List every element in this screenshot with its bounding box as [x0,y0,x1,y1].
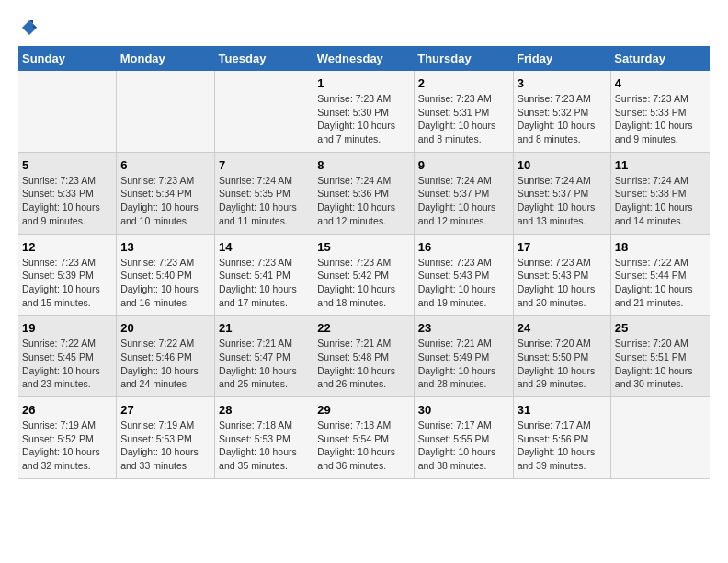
calendar-cell: 6Sunrise: 7:23 AM Sunset: 5:34 PM Daylig… [117,152,215,234]
day-info: Sunrise: 7:23 AM Sunset: 5:30 PM Dayligh… [317,92,409,146]
day-number: 1 [317,76,409,90]
day-number: 12 [22,240,112,254]
calendar-cell: 14Sunrise: 7:23 AM Sunset: 5:41 PM Dayli… [215,234,313,316]
day-number: 26 [22,403,112,417]
day-number: 9 [418,158,509,172]
day-number: 17 [518,240,607,254]
calendar-cell: 27Sunrise: 7:19 AM Sunset: 5:53 PM Dayli… [117,397,215,479]
calendar-week-row: 1Sunrise: 7:23 AM Sunset: 5:30 PM Daylig… [18,71,710,152]
calendar-cell: 28Sunrise: 7:18 AM Sunset: 5:53 PM Dayli… [215,397,313,479]
calendar-cell: 16Sunrise: 7:23 AM Sunset: 5:43 PM Dayli… [414,234,513,316]
calendar-week-row: 5Sunrise: 7:23 AM Sunset: 5:33 PM Daylig… [18,152,710,234]
day-info: Sunrise: 7:17 AM Sunset: 5:55 PM Dayligh… [418,419,509,473]
logo-icon [20,18,39,37]
day-info: Sunrise: 7:23 AM Sunset: 5:42 PM Dayligh… [317,256,409,310]
day-info: Sunrise: 7:18 AM Sunset: 5:54 PM Dayligh… [317,419,409,473]
calendar-cell: 13Sunrise: 7:23 AM Sunset: 5:40 PM Dayli… [117,234,215,316]
day-number: 24 [518,321,607,335]
day-info: Sunrise: 7:24 AM Sunset: 5:37 PM Dayligh… [418,174,509,228]
day-info: Sunrise: 7:23 AM Sunset: 5:43 PM Dayligh… [418,256,509,310]
day-info: Sunrise: 7:23 AM Sunset: 5:32 PM Dayligh… [518,92,607,146]
day-number: 4 [615,76,706,90]
column-header-sunday: Sunday [18,46,117,71]
calendar-cell: 7Sunrise: 7:24 AM Sunset: 5:35 PM Daylig… [215,152,313,234]
calendar-cell [117,71,215,152]
calendar-cell: 26Sunrise: 7:19 AM Sunset: 5:52 PM Dayli… [18,397,117,479]
calendar-week-row: 26Sunrise: 7:19 AM Sunset: 5:52 PM Dayli… [18,397,710,479]
day-number: 7 [219,158,309,172]
column-header-wednesday: Wednesday [313,46,414,71]
day-number: 18 [615,240,706,254]
day-info: Sunrise: 7:24 AM Sunset: 5:37 PM Dayligh… [518,174,607,228]
day-number: 5 [22,158,112,172]
day-number: 6 [120,158,210,172]
day-info: Sunrise: 7:21 AM Sunset: 5:49 PM Dayligh… [418,337,509,391]
column-header-thursday: Thursday [414,46,513,71]
day-number: 3 [518,76,607,90]
calendar-cell: 4Sunrise: 7:23 AM Sunset: 5:33 PM Daylig… [610,71,710,152]
calendar-cell [215,71,313,152]
calendar-cell: 1Sunrise: 7:23 AM Sunset: 5:30 PM Daylig… [313,71,414,152]
calendar-cell: 20Sunrise: 7:22 AM Sunset: 5:46 PM Dayli… [117,316,215,397]
day-info: Sunrise: 7:24 AM Sunset: 5:38 PM Dayligh… [615,174,706,228]
calendar-cell: 8Sunrise: 7:24 AM Sunset: 5:36 PM Daylig… [313,152,414,234]
day-number: 13 [120,240,210,254]
day-info: Sunrise: 7:23 AM Sunset: 5:41 PM Dayligh… [219,256,309,310]
day-number: 30 [418,403,509,417]
day-number: 27 [120,403,210,417]
calendar-table: SundayMondayTuesdayWednesdayThursdayFrid… [18,46,710,479]
calendar-cell: 9Sunrise: 7:24 AM Sunset: 5:37 PM Daylig… [414,152,513,234]
day-number: 14 [219,240,309,254]
calendar-cell: 10Sunrise: 7:24 AM Sunset: 5:37 PM Dayli… [513,152,610,234]
calendar-cell: 25Sunrise: 7:20 AM Sunset: 5:51 PM Dayli… [610,316,710,397]
day-info: Sunrise: 7:19 AM Sunset: 5:53 PM Dayligh… [120,419,210,473]
column-header-tuesday: Tuesday [215,46,313,71]
logo [18,18,39,37]
day-number: 16 [418,240,509,254]
day-info: Sunrise: 7:17 AM Sunset: 5:56 PM Dayligh… [518,419,607,473]
day-number: 22 [317,321,409,335]
calendar-cell: 18Sunrise: 7:22 AM Sunset: 5:44 PM Dayli… [610,234,710,316]
day-number: 25 [615,321,706,335]
day-info: Sunrise: 7:24 AM Sunset: 5:35 PM Dayligh… [219,174,309,228]
day-number: 31 [518,403,607,417]
day-info: Sunrise: 7:23 AM Sunset: 5:43 PM Dayligh… [518,256,607,310]
calendar-cell: 23Sunrise: 7:21 AM Sunset: 5:49 PM Dayli… [414,316,513,397]
day-number: 21 [219,321,309,335]
day-info: Sunrise: 7:23 AM Sunset: 5:34 PM Dayligh… [120,174,210,228]
day-info: Sunrise: 7:23 AM Sunset: 5:40 PM Dayligh… [120,256,210,310]
day-number: 19 [22,321,112,335]
day-number: 23 [418,321,509,335]
day-info: Sunrise: 7:23 AM Sunset: 5:31 PM Dayligh… [418,92,509,146]
day-number: 2 [418,76,509,90]
calendar-week-row: 19Sunrise: 7:22 AM Sunset: 5:45 PM Dayli… [18,316,710,397]
day-info: Sunrise: 7:24 AM Sunset: 5:36 PM Dayligh… [317,174,409,228]
calendar-cell: 17Sunrise: 7:23 AM Sunset: 5:43 PM Dayli… [513,234,610,316]
calendar-cell: 2Sunrise: 7:23 AM Sunset: 5:31 PM Daylig… [414,71,513,152]
day-info: Sunrise: 7:22 AM Sunset: 5:44 PM Dayligh… [615,256,706,310]
page-header [18,18,710,37]
day-info: Sunrise: 7:23 AM Sunset: 5:33 PM Dayligh… [22,174,112,228]
calendar-cell: 30Sunrise: 7:17 AM Sunset: 5:55 PM Dayli… [414,397,513,479]
calendar-cell: 29Sunrise: 7:18 AM Sunset: 5:54 PM Dayli… [313,397,414,479]
day-number: 8 [317,158,409,172]
calendar-header-row: SundayMondayTuesdayWednesdayThursdayFrid… [18,46,710,71]
day-info: Sunrise: 7:23 AM Sunset: 5:39 PM Dayligh… [22,256,112,310]
day-number: 29 [317,403,409,417]
day-info: Sunrise: 7:19 AM Sunset: 5:52 PM Dayligh… [22,419,112,473]
day-info: Sunrise: 7:21 AM Sunset: 5:47 PM Dayligh… [219,337,309,391]
calendar-cell: 21Sunrise: 7:21 AM Sunset: 5:47 PM Dayli… [215,316,313,397]
day-info: Sunrise: 7:18 AM Sunset: 5:53 PM Dayligh… [219,419,309,473]
day-info: Sunrise: 7:21 AM Sunset: 5:48 PM Dayligh… [317,337,409,391]
column-header-saturday: Saturday [610,46,710,71]
day-info: Sunrise: 7:20 AM Sunset: 5:50 PM Dayligh… [518,337,607,391]
day-number: 20 [120,321,210,335]
day-info: Sunrise: 7:22 AM Sunset: 5:45 PM Dayligh… [22,337,112,391]
calendar-cell: 15Sunrise: 7:23 AM Sunset: 5:42 PM Dayli… [313,234,414,316]
day-number: 28 [219,403,309,417]
calendar-week-row: 12Sunrise: 7:23 AM Sunset: 5:39 PM Dayli… [18,234,710,316]
calendar-cell: 19Sunrise: 7:22 AM Sunset: 5:45 PM Dayli… [18,316,117,397]
column-header-monday: Monday [117,46,215,71]
day-number: 10 [518,158,607,172]
calendar-cell [18,71,117,152]
